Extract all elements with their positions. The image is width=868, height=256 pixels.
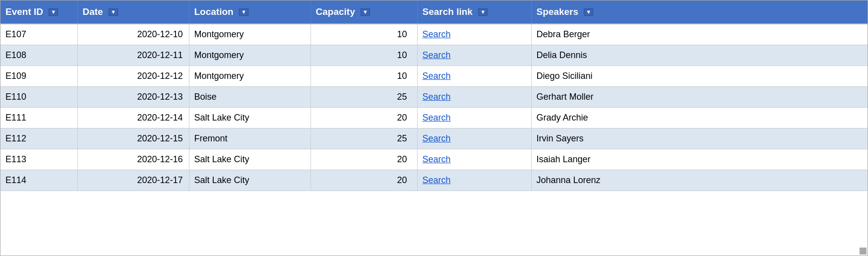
- cell-date: 2020-12-17: [77, 170, 189, 191]
- table-row: E1092020-12-12Montgomery10SearchDiego Si…: [0, 66, 868, 87]
- search-hyperlink[interactable]: Search: [423, 92, 451, 102]
- table-row: E1132020-12-16Salt Lake City20SearchIsai…: [0, 149, 868, 170]
- cell-search-link[interactable]: Search: [417, 149, 531, 170]
- cell-search-link[interactable]: Search: [417, 87, 531, 108]
- cell-date: 2020-12-10: [77, 24, 189, 45]
- table-row: E1072020-12-10Montgomery10SearchDebra Be…: [0, 24, 868, 45]
- cell-event-id: E111: [0, 108, 77, 128]
- filter-event-id-button[interactable]: ▼: [49, 8, 58, 16]
- search-hyperlink[interactable]: Search: [423, 175, 451, 185]
- cell-speakers: Gerhart Moller: [531, 87, 868, 108]
- cell-event-id: E114: [0, 170, 77, 191]
- cell-capacity: 25: [310, 87, 417, 108]
- cell-capacity: 10: [310, 66, 417, 87]
- cell-event-id: E113: [0, 149, 77, 170]
- cell-speakers: Irvin Sayers: [531, 128, 868, 149]
- filter-capacity-button[interactable]: ▼: [361, 8, 370, 16]
- cell-location: Montgomery: [189, 45, 310, 66]
- filter-search-link-button[interactable]: ▼: [478, 8, 488, 16]
- search-hyperlink[interactable]: Search: [423, 50, 451, 60]
- cell-search-link[interactable]: Search: [417, 128, 531, 149]
- cell-date: 2020-12-16: [77, 149, 189, 170]
- search-hyperlink[interactable]: Search: [423, 154, 451, 164]
- cell-speakers: Grady Archie: [531, 108, 868, 128]
- filter-location-button[interactable]: ▼: [239, 8, 248, 16]
- cell-event-id: E112: [0, 128, 77, 149]
- cell-search-link[interactable]: Search: [417, 170, 531, 191]
- cell-location: Salt Lake City: [189, 170, 310, 191]
- search-hyperlink[interactable]: Search: [423, 113, 451, 123]
- cell-search-link[interactable]: Search: [417, 108, 531, 128]
- col-header-location: Location ▼: [189, 0, 310, 24]
- cell-capacity: 10: [310, 24, 417, 45]
- filter-date-button[interactable]: ▼: [109, 8, 118, 16]
- table-row: E1142020-12-17Salt Lake City20SearchJoha…: [0, 170, 868, 191]
- header-row: Event ID ▼ Date ▼ Location ▼ Capacity ▼ …: [0, 0, 868, 24]
- cell-location: Fremont: [189, 128, 310, 149]
- col-header-event-id-label: Event ID: [5, 6, 43, 17]
- cell-speakers: Diego Siciliani: [531, 66, 868, 87]
- cell-capacity: 20: [310, 149, 417, 170]
- table-row: E1082020-12-11Montgomery10SearchDelia De…: [0, 45, 868, 66]
- cell-date: 2020-12-15: [77, 128, 189, 149]
- col-header-location-label: Location: [194, 6, 234, 17]
- col-header-capacity-label: Capacity: [316, 6, 355, 17]
- cell-capacity: 25: [310, 128, 417, 149]
- col-header-date-label: Date: [83, 6, 103, 17]
- col-header-date: Date ▼: [77, 0, 189, 24]
- cell-speakers: Isaiah Langer: [531, 149, 868, 170]
- cell-event-id: E108: [0, 45, 77, 66]
- cell-speakers: Delia Dennis: [531, 45, 868, 66]
- filter-speakers-button[interactable]: ▼: [584, 8, 593, 16]
- cell-event-id: E109: [0, 66, 77, 87]
- cell-search-link[interactable]: Search: [417, 24, 531, 45]
- table-row: E1122020-12-15Fremont25SearchIrvin Sayer…: [0, 128, 868, 149]
- cell-location: Salt Lake City: [189, 149, 310, 170]
- cell-event-id: E110: [0, 87, 77, 108]
- search-hyperlink[interactable]: Search: [423, 29, 451, 39]
- table-row: E1102020-12-13Boise25SearchGerhart Molle…: [0, 87, 868, 108]
- cell-location: Montgomery: [189, 24, 310, 45]
- col-header-speakers: Speakers ▼: [531, 0, 868, 24]
- cell-search-link[interactable]: Search: [417, 66, 531, 87]
- data-table: Event ID ▼ Date ▼ Location ▼ Capacity ▼ …: [0, 0, 868, 191]
- cell-location: Salt Lake City: [189, 108, 310, 128]
- col-header-search-link: Search link ▼: [417, 0, 531, 24]
- cell-date: 2020-12-13: [77, 87, 189, 108]
- cell-capacity: 20: [310, 108, 417, 128]
- cell-speakers: Johanna Lorenz: [531, 170, 868, 191]
- cell-event-id: E107: [0, 24, 77, 45]
- cell-date: 2020-12-11: [77, 45, 189, 66]
- cell-capacity: 20: [310, 170, 417, 191]
- cell-search-link[interactable]: Search: [417, 45, 531, 66]
- col-header-speakers-label: Speakers: [537, 6, 579, 17]
- col-header-event-id: Event ID ▼: [0, 0, 77, 24]
- cell-location: Montgomery: [189, 66, 310, 87]
- cell-location: Boise: [189, 87, 310, 108]
- cell-date: 2020-12-14: [77, 108, 189, 128]
- scroll-indicator: [860, 248, 867, 255]
- search-hyperlink[interactable]: Search: [423, 133, 451, 143]
- search-hyperlink[interactable]: Search: [423, 71, 451, 81]
- cell-date: 2020-12-12: [77, 66, 189, 87]
- col-header-capacity: Capacity ▼: [310, 0, 417, 24]
- spreadsheet-container: Event ID ▼ Date ▼ Location ▼ Capacity ▼ …: [0, 0, 868, 256]
- cell-speakers: Debra Berger: [531, 24, 868, 45]
- col-header-search-link-label: Search link: [423, 6, 473, 17]
- cell-capacity: 10: [310, 45, 417, 66]
- table-row: E1112020-12-14Salt Lake City20SearchGrad…: [0, 108, 868, 128]
